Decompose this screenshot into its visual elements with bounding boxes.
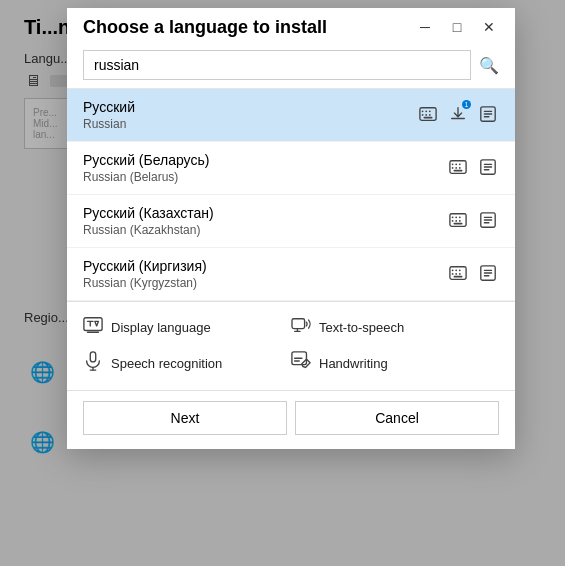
speech-recognition-icon xyxy=(83,351,103,376)
features-row-1: Display language Text-to-speech xyxy=(67,301,515,347)
lang-name-belarus: Русский (Беларусь) xyxy=(83,152,447,168)
lang-icons-kyrgyzstan xyxy=(447,262,499,287)
lang-text-belarus: Русский (Беларусь) Russian (Belarus) xyxy=(83,152,447,184)
language-install-dialog: Choose a language to install ─ □ ✕ 🔍 Рус… xyxy=(67,8,515,449)
lang-edit-icon-1[interactable] xyxy=(477,156,499,181)
lang-download-icon-0[interactable]: 1 xyxy=(447,103,469,128)
feature-tts-label: Text-to-speech xyxy=(319,320,404,335)
lang-edit-icon-2[interactable] xyxy=(477,209,499,234)
lang-keyboard-icon-2[interactable] xyxy=(447,210,469,233)
close-button[interactable]: ✕ xyxy=(475,16,503,38)
svg-rect-38 xyxy=(292,319,305,329)
lang-name-kazakhstan: Русский (Казахстан) xyxy=(83,205,447,221)
dialog-title: Choose a language to install xyxy=(83,17,327,38)
lang-name-kyrgyzstan: Русский (Киргизия) xyxy=(83,258,447,274)
language-item-kyrgyzstan[interactable]: Русский (Киргизия) Russian (Kyrgyzstan) xyxy=(67,248,515,301)
lang-keyboard-icon-3[interactable] xyxy=(447,263,469,286)
features-row-2: Speech recognition Handwriting xyxy=(67,347,515,390)
lang-edit-icon-3[interactable] xyxy=(477,262,499,287)
lang-sub-belarus: Russian (Belarus) xyxy=(83,170,447,184)
minimize-button[interactable]: ─ xyxy=(411,16,439,38)
lang-icons-belarus xyxy=(447,156,499,181)
feature-tts[interactable]: Text-to-speech xyxy=(291,316,499,339)
lang-sub-russian: Russian xyxy=(83,117,417,131)
lang-text-kazakhstan: Русский (Казахстан) Russian (Kazakhstan) xyxy=(83,205,447,237)
search-container: 🔍 xyxy=(67,42,515,88)
language-item-russian[interactable]: Русский Russian xyxy=(67,89,515,142)
next-button[interactable]: Next xyxy=(83,401,287,435)
dialog-buttons: Next Cancel xyxy=(67,390,515,449)
titlebar-controls: ─ □ ✕ xyxy=(411,16,503,38)
svg-rect-36 xyxy=(84,318,102,331)
lang-icons-kazakhstan xyxy=(447,209,499,234)
lang-keyboard-icon-0[interactable] xyxy=(417,104,439,127)
lang-name-russian: Русский xyxy=(83,99,417,115)
language-list[interactable]: Русский Russian xyxy=(67,88,515,301)
lang-text-kyrgyzstan: Русский (Киргизия) Russian (Kyrgyzstan) xyxy=(83,258,447,290)
feature-display-language[interactable]: Display language xyxy=(83,316,291,339)
lang-icons-russian: 1 xyxy=(417,103,499,128)
display-language-icon xyxy=(83,316,103,339)
feature-handwriting[interactable]: Handwriting xyxy=(291,351,499,376)
cancel-button[interactable]: Cancel xyxy=(295,401,499,435)
language-item-kazakhstan[interactable]: Русский (Казахстан) Russian (Kazakhstan) xyxy=(67,195,515,248)
lang-text-russian: Русский Russian xyxy=(83,99,417,131)
svg-rect-39 xyxy=(90,352,95,362)
search-icon: 🔍 xyxy=(479,56,499,75)
search-input[interactable] xyxy=(83,50,471,80)
lang-sub-kazakhstan: Russian (Kazakhstan) xyxy=(83,223,447,237)
lang-edit-icon-0[interactable] xyxy=(477,103,499,128)
tts-icon xyxy=(291,316,311,339)
feature-display-language-label: Display language xyxy=(111,320,211,335)
download-badge: 1 xyxy=(462,100,471,109)
feature-speech-recognition-label: Speech recognition xyxy=(111,356,222,371)
maximize-button[interactable]: □ xyxy=(443,16,471,38)
feature-speech-recognition[interactable]: Speech recognition xyxy=(83,351,291,376)
lang-sub-kyrgyzstan: Russian (Kyrgyzstan) xyxy=(83,276,447,290)
handwriting-icon xyxy=(291,351,311,376)
dialog-titlebar: Choose a language to install ─ □ ✕ xyxy=(67,8,515,42)
feature-handwriting-label: Handwriting xyxy=(319,356,388,371)
language-item-belarus[interactable]: Русский (Беларусь) Russian (Belarus) xyxy=(67,142,515,195)
lang-keyboard-icon-1[interactable] xyxy=(447,157,469,180)
